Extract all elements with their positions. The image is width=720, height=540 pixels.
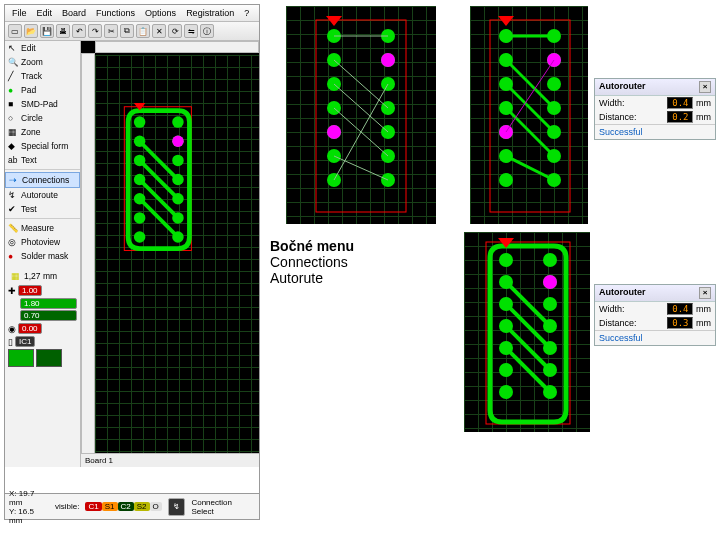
tb-cut[interactable]: ✂	[104, 24, 118, 38]
preview-routed-1	[470, 6, 588, 224]
tb-info[interactable]: ⓘ	[200, 24, 214, 38]
svg-line-63	[506, 60, 554, 108]
sidebar-item-label: Test	[21, 204, 37, 214]
svg-point-15	[172, 135, 183, 146]
measure-icon: 📏	[8, 223, 18, 233]
svg-point-7	[134, 231, 145, 242]
swatch-green-light[interactable]	[8, 349, 34, 367]
menu-functions[interactable]: Functions	[93, 7, 138, 19]
readout-5: IC1	[15, 336, 35, 347]
grid-size[interactable]: ▦1,27 mm	[8, 269, 77, 283]
sidebar-item-zone[interactable]: ▦Zone	[5, 125, 80, 139]
sidebar-item-special[interactable]: ◆Special form	[5, 139, 80, 153]
svg-point-52	[499, 173, 513, 187]
distance-input[interactable]: 0.2	[667, 111, 693, 123]
sidebar-item-label: Measure	[21, 223, 54, 233]
tb-new[interactable]: ▭	[8, 24, 22, 38]
sidebar: ↖Edit 🔍Zoom ╱Track ●Pad ■SMD-Pad ○Circle…	[5, 41, 81, 467]
tb-rotate[interactable]: ⟳	[168, 24, 182, 38]
tb-open[interactable]: 📂	[24, 24, 38, 38]
dialog-close-icon[interactable]: ×	[699, 287, 711, 299]
sidebar-item-connections[interactable]: ⇢Connections	[5, 172, 80, 188]
menu-board[interactable]: Board	[59, 7, 89, 19]
distance-input[interactable]: 0.3	[667, 317, 693, 329]
svg-point-6	[134, 212, 145, 223]
readout-4: 0.00	[18, 323, 42, 334]
distance-label: Distance:	[599, 318, 637, 328]
svg-marker-44	[326, 16, 342, 26]
sidebar-item-soldermask[interactable]: ●Solder mask	[5, 249, 80, 263]
tb-print[interactable]: 🖶	[56, 24, 70, 38]
sidebar-item-text[interactable]: abText	[5, 153, 80, 167]
special-icon: ◆	[8, 141, 18, 151]
readout-3: 0.70	[20, 310, 77, 321]
chip-s2[interactable]: S2	[134, 502, 150, 511]
sidebar-item-photoview[interactable]: ◎Photoview	[5, 235, 80, 249]
tb-copy[interactable]: ⧉	[120, 24, 134, 38]
grid-icon: ▦	[11, 271, 21, 281]
autoroute-icon: ↯	[8, 190, 18, 200]
sidebar-item-label: Pad	[21, 85, 36, 95]
width-unit: mm	[696, 98, 711, 108]
toolbar: ▭ 📂 💾 🖶 ↶ ↷ ✂ ⧉ 📋 ✕ ⟳ ⇋ ⓘ	[5, 22, 259, 41]
width-input[interactable]: 0.4	[667, 97, 693, 109]
sidebar-item-smd[interactable]: ■SMD-Pad	[5, 97, 80, 111]
svg-line-42	[334, 156, 388, 180]
ruler-horizontal	[95, 41, 259, 53]
menu-edit[interactable]: Edit	[34, 7, 56, 19]
sidebar-item-measure[interactable]: 📏Measure	[5, 221, 80, 235]
tb-redo[interactable]: ↷	[88, 24, 102, 38]
width-input[interactable]: 0.4	[667, 303, 693, 315]
width-label: Width:	[599, 98, 625, 108]
tb-mirror[interactable]: ⇋	[184, 24, 198, 38]
sidebar-item-track[interactable]: ╱Track	[5, 69, 80, 83]
chip-c1[interactable]: C1	[85, 502, 101, 511]
sidebar-item-edit[interactable]: ↖Edit	[5, 41, 80, 55]
board-canvas[interactable]: Board 1	[81, 41, 259, 467]
svg-point-55	[547, 77, 561, 91]
status-toggle[interactable]: ↯	[168, 498, 186, 516]
sidebar-item-pad[interactable]: ●Pad	[5, 83, 80, 97]
sidebar-item-label: SMD-Pad	[21, 99, 58, 109]
tb-delete[interactable]: ✕	[152, 24, 166, 38]
menu-help[interactable]: ?	[241, 7, 252, 19]
dialog-status: Successful	[595, 330, 715, 345]
cross-icon: ✚	[8, 286, 16, 296]
sidebar-item-label: Track	[21, 71, 42, 81]
annotation-line3: Autorute	[270, 270, 354, 286]
tb-undo[interactable]: ↶	[72, 24, 86, 38]
sidebar-item-test[interactable]: ✔Test	[5, 202, 80, 216]
tab-board1[interactable]: Board 1	[85, 456, 113, 465]
tb-paste[interactable]: 📋	[136, 24, 150, 38]
dialog-close-icon[interactable]: ×	[699, 81, 711, 93]
sidebar-readouts: ▦1,27 mm ✚1.00 1.80 0.70 ◉0.00 ▯IC1	[5, 267, 80, 369]
pad-readout-icon: ◉	[8, 324, 16, 334]
sidebar-item-autoroute[interactable]: ↯Autoroute	[5, 188, 80, 202]
annotation-line2: Connections	[270, 254, 354, 270]
menu-registration[interactable]: Registration	[183, 7, 237, 19]
sidebar-item-label: Solder mask	[21, 251, 68, 261]
sidebar-item-circle[interactable]: ○Circle	[5, 111, 80, 125]
sidebar-item-label: Edit	[21, 43, 36, 53]
svg-point-10	[172, 155, 183, 166]
distance-label: Distance:	[599, 112, 637, 122]
svg-point-36	[327, 125, 341, 139]
chip-o[interactable]: O	[150, 502, 162, 511]
smd-icon: ■	[8, 99, 18, 109]
svg-marker-68	[498, 16, 514, 26]
chip-c2[interactable]: C2	[118, 502, 134, 511]
status-y: Y: 16.5 mm	[9, 507, 49, 525]
svg-point-1	[134, 116, 145, 127]
soldermask-icon: ●	[8, 251, 18, 261]
tb-save[interactable]: 💾	[40, 24, 54, 38]
zone-icon: ▦	[8, 127, 18, 137]
menu-options[interactable]: Options	[142, 7, 179, 19]
sidebar-item-label: Text	[21, 155, 37, 165]
track-icon: ╱	[8, 71, 18, 81]
zoom-icon: 🔍	[8, 57, 18, 67]
swatch-green-dark[interactable]	[36, 349, 62, 367]
chip-s1[interactable]: S1	[102, 502, 118, 511]
menu-file[interactable]: File	[9, 7, 30, 19]
photoview-icon: ◎	[8, 237, 18, 247]
sidebar-item-zoom[interactable]: 🔍Zoom	[5, 55, 80, 69]
